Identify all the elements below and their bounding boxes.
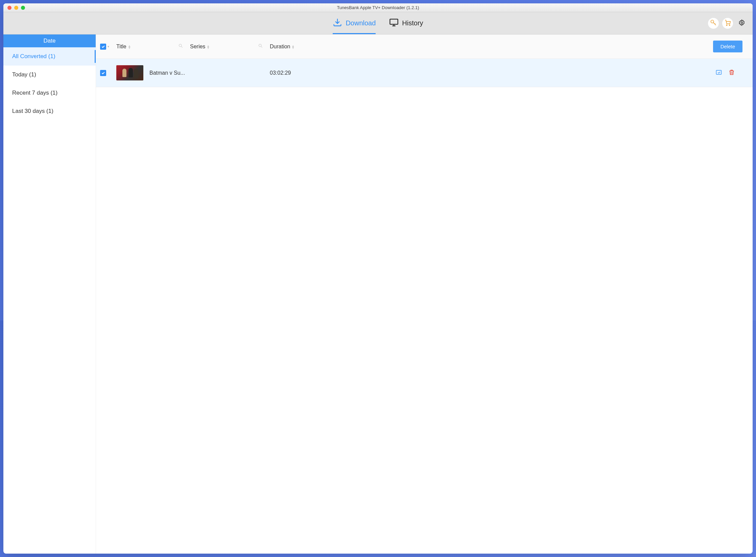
header-title-label: Title xyxy=(116,44,126,50)
row-duration-cell: 03:02:29 xyxy=(270,70,344,76)
close-window-button[interactable] xyxy=(7,6,11,10)
sort-icon: ▴▾ xyxy=(128,45,131,49)
tab-history[interactable]: History xyxy=(389,12,423,34)
header-actions-col: Delete xyxy=(344,41,435,52)
header-duration-label: Duration xyxy=(270,44,290,50)
row-checkbox-cell xyxy=(100,70,116,76)
row-title: Batman v Su... xyxy=(149,70,185,76)
header-series-label: Series xyxy=(190,44,205,50)
tab-history-label: History xyxy=(402,19,423,27)
toolbar: Download History xyxy=(3,12,435,34)
tab-download-label: Download xyxy=(346,19,376,27)
sort-icon: ▴▾ xyxy=(207,45,209,49)
tab-download[interactable]: Download xyxy=(333,12,376,34)
row-title-cell: Batman v Su... xyxy=(116,65,270,80)
sidebar-header: Date xyxy=(3,34,96,47)
thumbnail xyxy=(116,65,143,80)
maximize-window-button[interactable] xyxy=(21,6,25,10)
header-series-col[interactable]: Series ▴▾ xyxy=(190,43,270,50)
svg-rect-0 xyxy=(390,19,398,24)
table-header: ▾ Title ▴▾ Series ▴▾ Durat xyxy=(96,34,435,59)
sidebar-item-label: All Converted (1) xyxy=(12,53,55,60)
header-title-col[interactable]: Title ▴▾ xyxy=(116,43,190,50)
main-tabs: Download History xyxy=(333,12,423,34)
row-actions xyxy=(344,69,435,77)
sidebar-item-label: Recent 7 days (1) xyxy=(12,90,57,96)
row-checkbox[interactable] xyxy=(100,70,106,76)
minimize-window-button[interactable] xyxy=(14,6,18,10)
search-icon[interactable] xyxy=(258,43,263,50)
header-checkbox-cell: ▾ xyxy=(100,44,116,50)
download-icon xyxy=(333,18,342,29)
monitor-icon xyxy=(389,18,399,29)
header-duration-col[interactable]: Duration ▴▾ xyxy=(270,44,344,50)
sidebar-item-recent-7-days[interactable]: Recent 7 days (1) xyxy=(3,84,96,102)
svg-point-6 xyxy=(259,44,262,47)
sidebar-item-today[interactable]: Today (1) xyxy=(3,66,96,84)
row-duration: 03:02:29 xyxy=(270,70,291,76)
main-area: ▾ Title ▴▾ Series ▴▾ Durat xyxy=(96,34,435,320)
body: Date All Converted (1) Today (1) Recent … xyxy=(3,34,435,320)
sidebar-item-last-30-days[interactable]: Last 30 days (1) xyxy=(3,102,96,120)
svg-point-5 xyxy=(179,44,182,47)
sidebar-item-label: Last 30 days (1) xyxy=(12,108,53,115)
sort-icon: ▴▾ xyxy=(292,45,294,49)
select-all-checkbox[interactable] xyxy=(100,44,106,50)
window-title: TunesBank Apple TV+ Downloader (1.2.1) xyxy=(3,5,435,10)
window-controls xyxy=(3,6,25,10)
titlebar: TunesBank Apple TV+ Downloader (1.2.1) xyxy=(3,3,435,12)
table-row[interactable]: Batman v Su... 03:02:29 xyxy=(96,59,435,87)
chevron-down-icon[interactable]: ▾ xyxy=(108,45,109,48)
search-icon[interactable] xyxy=(178,43,183,50)
sidebar-item-all-converted[interactable]: All Converted (1) xyxy=(3,47,96,66)
app-window: TunesBank Apple TV+ Downloader (1.2.1) D… xyxy=(3,3,435,320)
sidebar: Date All Converted (1) Today (1) Recent … xyxy=(3,34,96,320)
sidebar-item-label: Today (1) xyxy=(12,71,36,78)
